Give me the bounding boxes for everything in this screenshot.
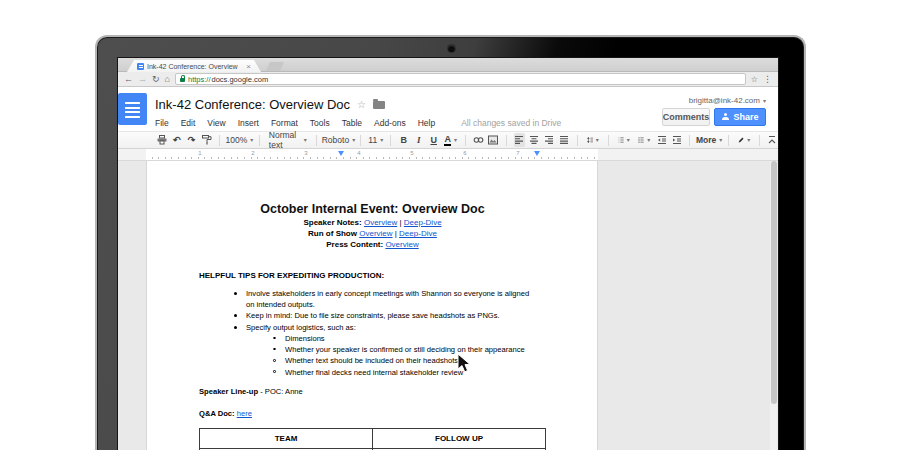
speaker-lineup-label: Speaker Line-up (199, 387, 258, 396)
insert-image-icon[interactable] (488, 133, 499, 147)
browser-menu-icon[interactable]: ⋮ (763, 75, 772, 84)
menu-edit[interactable]: Edit (181, 118, 196, 128)
docs-favicon-icon (137, 63, 144, 70)
ruler: 1 2 3 4 5 6 7 (118, 149, 778, 161)
chevron-down-icon: ▾ (250, 137, 253, 143)
share-button[interactable]: Share (714, 108, 766, 126)
paint-format-icon[interactable] (201, 133, 212, 147)
undo-icon[interactable]: ↶ (171, 133, 182, 147)
margin-marker-icon[interactable] (534, 151, 540, 156)
url-host: docs.google.com (212, 75, 269, 84)
zoom-select[interactable]: 100% ▾ (227, 133, 252, 147)
menu-addons[interactable]: Add-ons (374, 118, 406, 128)
ruler-ticks (146, 157, 598, 159)
align-left-button[interactable] (514, 133, 525, 147)
subtitle-line: Run of Show Overview | Deep-Dive (199, 228, 546, 239)
chevron-down-icon: ▾ (454, 137, 457, 143)
chevron-down-icon: ▾ (380, 137, 383, 143)
menu-format[interactable]: Format (271, 118, 298, 128)
collapse-toolbar-icon[interactable] (767, 133, 778, 147)
share-label: Share (733, 112, 758, 122)
bold-button[interactable]: B (398, 133, 409, 147)
tab-close-icon[interactable]: × (246, 63, 251, 70)
menu-view[interactable]: View (207, 118, 225, 128)
folder-icon[interactable] (373, 101, 385, 109)
browser-tab[interactable]: Ink-42 Conference: Overview × (127, 60, 261, 72)
sub-bullet-item: Dimensions (285, 333, 546, 344)
align-right-button[interactable] (544, 133, 555, 147)
font-size-select[interactable]: 11 ▾ (368, 133, 383, 147)
decrease-indent-button[interactable] (656, 133, 667, 147)
underline-button[interactable]: U (428, 133, 439, 147)
redo-icon[interactable]: ↷ (186, 133, 197, 147)
italic-button[interactable]: I (413, 133, 424, 147)
scrollbar[interactable] (770, 161, 777, 450)
tips-heading: HELPFUL TIPS FOR EXPEDITING PRODUCTION: (199, 271, 546, 281)
menu-file[interactable]: File (155, 118, 169, 128)
url-bar[interactable]: https:// docs.google.com (175, 73, 746, 85)
docs-app-icon[interactable] (118, 93, 147, 125)
ruler-number: 5 (408, 150, 416, 156)
comments-button[interactable]: Comments (662, 108, 710, 126)
table-header-row: TEAM FOLLOW UP (200, 428, 546, 448)
chevron-down-icon: ▾ (352, 137, 355, 143)
account-email[interactable]: brigitta@ink-42.com ▾ (689, 96, 766, 105)
overview-link[interactable]: Overview (359, 229, 392, 238)
numbered-list-button[interactable]: ▾ (616, 133, 632, 147)
bookmark-star-icon[interactable]: ☆ (751, 75, 758, 84)
menu-bar: File Edit View Insert Format Tools Table… (155, 118, 561, 128)
chevron-down-icon: ▾ (719, 137, 722, 143)
ruler-number: 2 (249, 150, 257, 156)
forward-icon[interactable]: → (138, 75, 147, 84)
doc-table[interactable]: TEAM FOLLOW UP Events ▾ (199, 428, 546, 450)
align-center-button[interactable] (529, 133, 540, 147)
person-icon (721, 113, 729, 121)
paragraph-style-select[interactable]: Normal text ▾ (267, 133, 309, 147)
menu-tools[interactable]: Tools (310, 118, 330, 128)
ruler-number: 3 (302, 150, 310, 156)
sub-bullet-item: Whether text should be included on their… (285, 355, 546, 366)
back-icon[interactable]: ← (124, 75, 133, 84)
new-tab-button[interactable] (266, 62, 284, 71)
document-page[interactable]: October Internal Event: Overview Doc Spe… (146, 161, 598, 450)
bullet-item: Specify output logistics, such as: (246, 322, 538, 333)
docs-header: Ink-42 Conference: Overview Doc ☆ File E… (118, 87, 778, 131)
zoom-value: 100% (226, 135, 248, 145)
increase-indent-button[interactable] (671, 133, 682, 147)
table-header-team: TEAM (200, 428, 373, 448)
deep-dive-link[interactable]: Deep-Dive (399, 229, 437, 238)
menu-table[interactable]: Table (342, 118, 362, 128)
document-canvas: October Internal Event: Overview Doc Spe… (118, 161, 778, 450)
print-icon[interactable] (156, 133, 167, 147)
editing-mode-button[interactable]: ▾ (736, 133, 752, 147)
deep-dive-link[interactable]: Deep-Dive (404, 218, 442, 227)
bulleted-list-button[interactable]: ▾ (636, 133, 652, 147)
overview-link[interactable]: Overview (364, 218, 397, 227)
here-link[interactable]: here (237, 409, 252, 418)
more-button[interactable]: More ▾ (697, 133, 721, 147)
menu-insert[interactable]: Insert (238, 118, 259, 128)
ruler-number: 1 (196, 150, 204, 156)
star-icon[interactable]: ☆ (357, 99, 366, 110)
overview-link[interactable]: Overview (385, 240, 418, 249)
font-value: Roboto (322, 135, 349, 145)
tab-strip: Ink-42 Conference: Overview × (118, 58, 778, 72)
subtitle-line: Speaker Notes: Overview | Deep-Dive (199, 217, 546, 228)
reload-icon[interactable]: ↻ (152, 75, 160, 84)
bullet-item: Keep in mind: Due to file size constrain… (246, 310, 538, 321)
insert-link-icon[interactable] (473, 133, 484, 147)
save-status: All changes saved in Drive (461, 118, 561, 128)
font-family-select[interactable]: Roboto ▾ (324, 133, 354, 147)
document-title[interactable]: Ink-42 Conference: Overview Doc (155, 97, 350, 112)
home-icon[interactable]: ⌂ (165, 75, 170, 84)
line-spacing-button[interactable]: ▾ (585, 133, 601, 147)
indent-marker-icon[interactable] (338, 151, 344, 156)
subtitle-line: Press Content: Overview (199, 239, 546, 250)
sub-bullet-item: Whether your speaker is confirmed or sti… (285, 344, 546, 355)
text-color-button[interactable]: A ▾ (443, 133, 458, 147)
justify-button[interactable] (559, 133, 570, 147)
menu-help[interactable]: Help (418, 118, 435, 128)
chevron-down-icon: ▾ (596, 137, 599, 143)
chevron-down-icon: ▾ (763, 98, 766, 104)
scrollbar-thumb[interactable] (771, 161, 777, 404)
